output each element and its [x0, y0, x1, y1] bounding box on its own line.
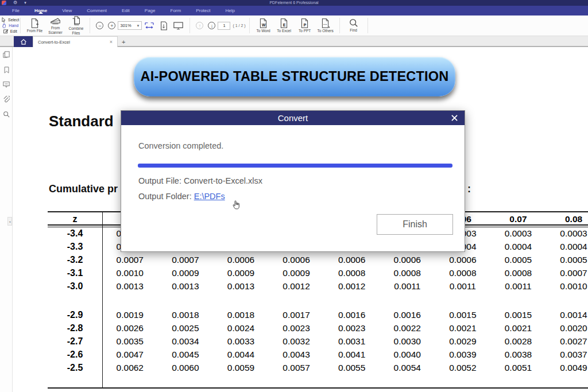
table-cell: 0.0014 [546, 308, 588, 321]
edit-tool-button[interactable]: Edit [3, 29, 17, 34]
tab-close-icon[interactable]: × [110, 39, 113, 45]
table-cell: 0.0020 [546, 321, 588, 335]
table-bottom-rule [48, 387, 588, 389]
page-count-label: ( 1 / 2 ) [233, 24, 245, 28]
table-cell: 0.0044 [213, 348, 269, 361]
promo-banner: AI-POWERED TABLE STRUCTURE DETECTION [134, 57, 455, 96]
tab-convert-to-excel[interactable]: Convert-to-Excel × [33, 36, 118, 47]
zoom-level-select[interactable]: 301% ▼ [118, 21, 142, 30]
table-cell: 0.0004 [490, 240, 546, 253]
table-cell: 0.0004 [546, 240, 588, 253]
bookmarks-panel-icon[interactable] [2, 66, 10, 74]
menu-protect[interactable]: Protect [188, 8, 218, 13]
table-cell: 0.0041 [324, 348, 380, 361]
close-icon[interactable] [450, 114, 459, 122]
table-cell: 0.0022 [380, 321, 435, 335]
presentation-button[interactable] [173, 22, 183, 30]
tab-bar: Convert-to-Excel × + [0, 36, 588, 47]
table-cell: 0.0028 [490, 335, 546, 348]
table-cell: 0.0006 [380, 253, 435, 266]
menu-edit[interactable]: Edit [114, 8, 137, 13]
document-subheading-left: Cumulative pr [49, 183, 118, 195]
table-cell: 0.0043 [269, 348, 324, 361]
to-excel-button[interactable]: E To Excel [274, 18, 295, 33]
menu-view[interactable]: View [55, 8, 79, 13]
table-cell: 0.0006 [269, 253, 324, 266]
table-cell: 0.0055 [324, 361, 380, 374]
table-cell: 0.08 [546, 212, 588, 226]
table-z-cell: -2.9 [48, 308, 102, 321]
chevron-down-icon: ▼ [137, 24, 140, 28]
menu-file[interactable]: File [5, 8, 27, 13]
app-window: ⚙ ▾ PDFelement 6 Professional File Home … [0, 0, 588, 392]
table-z-cell: -3.3 [48, 240, 102, 253]
table-row: -3.00.00130.00130.00130.00120.00120.0011… [48, 280, 588, 293]
page-number-input[interactable] [218, 22, 230, 30]
table-cell: 0.0016 [324, 308, 380, 321]
fit-width-icon [145, 22, 154, 30]
convert-dialog: Convert Conversion completed. Output Fil… [121, 110, 465, 252]
hand-tool-button[interactable]: Hand [2, 23, 18, 28]
to-ppt-button[interactable]: P To PPT [295, 18, 315, 33]
comments-panel-icon[interactable] [2, 80, 10, 88]
previous-page-button[interactable]: ↑ [196, 22, 203, 29]
table-cell: 0.0026 [102, 321, 158, 335]
table-cell: 0.0052 [435, 361, 491, 374]
menu-home[interactable]: Home [27, 8, 55, 13]
table-cell: 0.0018 [158, 308, 214, 321]
panel-collapse-handle[interactable]: ◂ [7, 217, 12, 226]
table-cell: 0.0013 [158, 280, 214, 293]
table-cell: 0.07 [490, 212, 546, 226]
menu-form[interactable]: Form [163, 8, 189, 13]
to-others-button[interactable]: ··· To Others [315, 18, 336, 33]
table-row: -2.70.00350.00340.00330.00320.00310.0030… [48, 335, 588, 348]
table-cell: 0.0003 [490, 227, 546, 240]
toolbar: Select Hand Edit From File From Scanner [0, 15, 588, 36]
table-cell: 0.0011 [435, 280, 491, 293]
reflow-view-button[interactable] [160, 21, 168, 30]
svg-text:P: P [304, 23, 307, 27]
select-tool-button[interactable]: Select [1, 17, 19, 22]
table-cell: 0.0011 [490, 280, 546, 293]
dialog-title-bar[interactable]: Convert [121, 111, 465, 125]
table-cell: 0.0025 [158, 321, 214, 335]
thumbnails-panel-icon[interactable] [2, 51, 10, 59]
home-tab-button[interactable] [14, 36, 33, 47]
table-cell: 0.0059 [213, 361, 269, 374]
new-tab-button[interactable]: + [122, 36, 125, 47]
finish-button[interactable]: Finish [377, 214, 453, 235]
zoom-out-button[interactable]: − [96, 22, 103, 29]
table-z-cell: z [48, 212, 102, 226]
next-page-button[interactable]: ↓ [208, 22, 215, 29]
table-cell: 0.0018 [213, 308, 269, 321]
table-row: -2.80.00260.00250.00240.00230.00230.0022… [48, 321, 588, 335]
fit-width-button[interactable] [145, 22, 154, 30]
table-cell: 0.0008 [324, 266, 380, 280]
table-cell: 0.0006 [213, 253, 269, 266]
table-z-cell: -3.2 [48, 253, 102, 266]
table-cell: 0.0009 [269, 266, 324, 280]
zoom-in-button[interactable]: + [108, 22, 115, 29]
table-cell: 0.0005 [490, 253, 546, 266]
from-scanner-button[interactable]: From Scanner [45, 17, 65, 34]
monitor-icon [173, 22, 183, 30]
table-cell: 0.0003 [546, 227, 588, 240]
table-cell: 0.0012 [269, 280, 324, 293]
attachments-panel-icon[interactable] [2, 95, 10, 103]
table-cell: 0.0039 [435, 348, 491, 361]
home-icon [20, 38, 27, 45]
combine-files-button[interactable]: Combine Files [65, 16, 86, 34]
table-cell: 0.0062 [102, 361, 158, 374]
menu-page[interactable]: Page [137, 8, 163, 13]
cursor-icon [1, 17, 6, 22]
search-panel-icon[interactable] [2, 110, 10, 118]
find-button[interactable]: Find [343, 18, 364, 32]
to-word-button[interactable]: W To Word [253, 18, 274, 33]
menu-help[interactable]: Help [218, 8, 242, 13]
from-file-button[interactable]: From File [24, 18, 45, 33]
table-cell: 0.0040 [380, 348, 435, 361]
table-z-cell: -2.5 [48, 361, 102, 374]
table-cell: 0.0009 [213, 266, 269, 280]
menu-comment[interactable]: Comment [79, 8, 114, 13]
output-folder-link[interactable]: E:\PDFs [194, 192, 225, 201]
